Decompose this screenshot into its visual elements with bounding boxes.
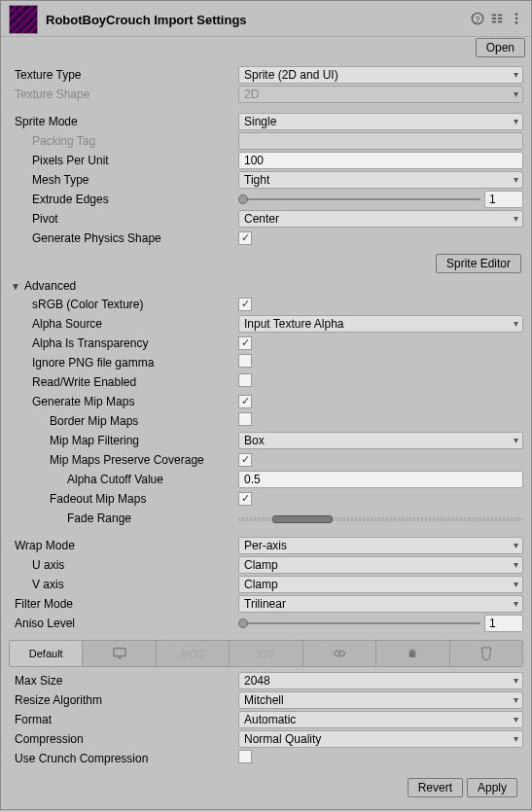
alpha-source-label: Alpha Source xyxy=(9,317,238,331)
srgb-checkbox[interactable]: ✓ xyxy=(238,298,252,311)
svg-rect-7 xyxy=(498,20,502,22)
max-size-dropdown[interactable]: 2048 xyxy=(238,672,523,689)
svg-point-9 xyxy=(515,17,518,19)
generate-mip-maps-checkbox[interactable]: ✓ xyxy=(238,395,252,408)
compression-dropdown[interactable]: Normal Quality xyxy=(238,730,523,748)
fade-range-slider[interactable] xyxy=(238,511,523,526)
platform-tab-standalone[interactable] xyxy=(83,641,156,666)
svg-rect-15 xyxy=(409,651,416,657)
pivot-label: Pivot xyxy=(9,212,238,226)
revert-button[interactable]: Revert xyxy=(408,778,463,797)
android-icon xyxy=(405,646,420,661)
texture-type-dropdown[interactable]: Sprite (2D and UI) xyxy=(238,66,523,84)
advanced-foldout[interactable]: ▼ Advanced xyxy=(9,277,523,295)
alpha-is-transparency-checkbox[interactable]: ✓ xyxy=(238,336,252,350)
format-label: Format xyxy=(9,713,238,726)
svg-point-16 xyxy=(410,649,411,650)
platform-tab-webgl[interactable] xyxy=(450,641,522,666)
ignore-png-gamma-label: Ignore PNG file gamma xyxy=(9,356,238,370)
generate-physics-shape-label: Generate Physics Shape xyxy=(9,231,238,245)
svg-rect-6 xyxy=(498,18,502,19)
svg-point-10 xyxy=(515,21,518,24)
svg-rect-3 xyxy=(492,18,496,19)
svg-point-14 xyxy=(338,653,341,655)
srgb-label: sRGB (Color Texture) xyxy=(9,298,238,311)
ignore-png-gamma-checkbox[interactable] xyxy=(238,354,252,368)
pixels-per-unit-label: Pixels Per Unit xyxy=(9,154,238,167)
sprite-editor-button[interactable]: Sprite Editor xyxy=(436,254,521,273)
svg-text:?: ? xyxy=(476,14,480,23)
html5-icon xyxy=(479,646,494,661)
extrude-edges-slider[interactable]: 1 xyxy=(238,191,523,208)
filter-mode-dropdown[interactable]: Trilinear xyxy=(238,595,523,613)
svg-point-17 xyxy=(413,649,414,650)
u-axis-dropdown[interactable]: Clamp xyxy=(238,556,523,574)
resize-algorithm-dropdown[interactable]: Mitchell xyxy=(238,691,523,709)
mip-map-filtering-dropdown[interactable]: Box xyxy=(238,432,523,449)
wrap-mode-dropdown[interactable]: Per-axis xyxy=(238,537,523,554)
pivot-dropdown[interactable]: Center xyxy=(238,210,523,228)
aniso-level-value[interactable]: 1 xyxy=(484,615,523,632)
menu-icon[interactable] xyxy=(510,12,523,28)
extrude-edges-label: Extrude Edges xyxy=(9,193,238,206)
filter-mode-label: Filter Mode xyxy=(9,597,238,611)
inspector-header: RobotBoyCrouch Import Settings ? xyxy=(1,1,531,37)
platform-tab-lumin[interactable] xyxy=(303,641,376,666)
border-mip-maps-label: Border Mip Maps xyxy=(9,414,238,428)
v-axis-dropdown[interactable]: Clamp xyxy=(238,576,523,593)
mesh-type-label: Mesh Type xyxy=(9,173,238,187)
read-write-label: Read/Write Enabled xyxy=(9,375,238,389)
resize-algorithm-label: Resize Algorithm xyxy=(9,693,238,707)
u-axis-label: U axis xyxy=(9,558,238,572)
svg-rect-11 xyxy=(114,649,125,656)
platform-tab-ios[interactable]: iOS xyxy=(230,641,302,666)
monitor-icon xyxy=(112,646,127,661)
sprite-mode-label: Sprite Mode xyxy=(9,115,238,128)
platform-tabs: Default tvOS iOS xyxy=(9,640,523,667)
max-size-label: Max Size xyxy=(9,674,238,688)
alpha-source-dropdown[interactable]: Input Texture Alpha xyxy=(238,315,523,333)
format-dropdown[interactable]: Automatic xyxy=(238,711,523,728)
aniso-level-label: Aniso Level xyxy=(9,617,238,630)
svg-rect-5 xyxy=(498,14,502,16)
v-axis-label: V axis xyxy=(9,578,238,591)
svg-rect-12 xyxy=(118,657,122,658)
help-icon[interactable]: ? xyxy=(471,12,484,28)
texture-type-label: Texture Type xyxy=(9,68,238,82)
fade-range-label: Fade Range xyxy=(9,512,238,525)
mip-maps-preserve-coverage-checkbox[interactable]: ✓ xyxy=(238,453,252,467)
platform-tab-tvos[interactable]: tvOS xyxy=(157,641,230,666)
preset-icon[interactable] xyxy=(490,12,504,28)
open-button[interactable]: Open xyxy=(476,38,525,57)
fadeout-mip-maps-checkbox[interactable]: ✓ xyxy=(238,492,252,506)
alpha-is-transparency-label: Alpha Is Transparency xyxy=(9,336,238,350)
chevron-down-icon: ▼ xyxy=(11,281,20,292)
apply-button[interactable]: Apply xyxy=(467,778,517,797)
svg-rect-4 xyxy=(492,20,496,22)
mip-map-filtering-label: Mip Map Filtering xyxy=(9,434,238,447)
mip-maps-preserve-coverage-label: Mip Maps Preserve Coverage xyxy=(9,453,238,467)
asset-thumbnail xyxy=(9,5,38,34)
border-mip-maps-checkbox[interactable] xyxy=(238,412,252,426)
use-crunch-compression-checkbox[interactable] xyxy=(238,750,252,763)
alpha-cutoff-input[interactable]: 0.5 xyxy=(238,471,523,488)
mesh-type-dropdown[interactable]: Tight xyxy=(238,171,523,189)
fadeout-mip-maps-label: Fadeout Mip Maps xyxy=(9,492,238,506)
svg-rect-2 xyxy=(492,14,496,16)
generate-physics-shape-checkbox[interactable]: ✓ xyxy=(238,231,252,245)
compression-label: Compression xyxy=(9,732,238,746)
platform-tab-default[interactable]: Default xyxy=(10,641,83,666)
extrude-edges-value[interactable]: 1 xyxy=(484,191,523,208)
generate-mip-maps-label: Generate Mip Maps xyxy=(9,395,238,408)
read-write-checkbox[interactable] xyxy=(238,373,252,387)
use-crunch-compression-label: Use Crunch Compression xyxy=(9,752,238,765)
lumin-icon xyxy=(332,646,347,661)
packing-tag-input xyxy=(238,132,523,150)
platform-tab-android[interactable] xyxy=(376,641,449,666)
sprite-mode-dropdown[interactable]: Single xyxy=(238,113,523,130)
packing-tag-label: Packing Tag xyxy=(9,134,238,148)
aniso-level-slider[interactable]: 1 xyxy=(238,615,523,632)
texture-shape-label: Texture Shape xyxy=(9,88,238,101)
pixels-per-unit-input[interactable]: 100 xyxy=(238,152,523,169)
asset-title: RobotBoyCrouch Import Settings xyxy=(46,13,247,27)
